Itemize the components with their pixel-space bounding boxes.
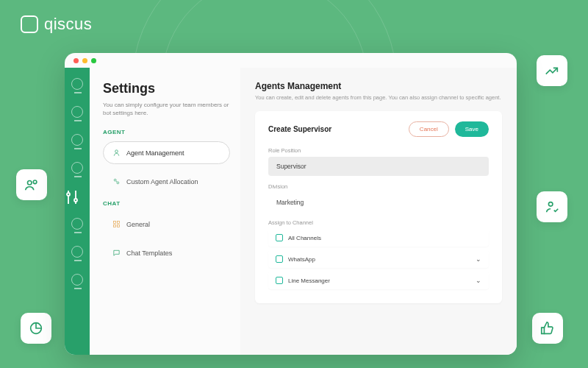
minimize-dot[interactable] [82, 58, 87, 63]
svg-point-1 [33, 180, 37, 184]
chat-icon [112, 249, 121, 257]
checkbox-icon[interactable] [276, 277, 283, 284]
cancel-button[interactable]: Cancel [409, 121, 449, 137]
trend-up-icon [537, 55, 567, 86]
channel-name: All Channels [288, 235, 321, 241]
svg-point-7 [114, 180, 116, 182]
nav-label: Custom Agent Allocation [126, 178, 198, 185]
nav-general[interactable]: General [103, 213, 230, 236]
svg-point-4 [67, 193, 70, 196]
svg-point-5 [74, 199, 77, 202]
maximize-dot[interactable] [91, 58, 96, 63]
svg-point-6 [115, 150, 118, 153]
app-window: Settings You can simply configure your t… [65, 53, 517, 355]
channel-row-line[interactable]: Line Messanger ⌄ [268, 272, 489, 289]
brand-name: qiscus [44, 15, 92, 34]
page-subtitle: You can create, edit and delete agents f… [255, 94, 502, 101]
settings-rail-icon[interactable] [65, 180, 90, 215]
pie-chart-icon [21, 313, 51, 344]
checkbox-icon[interactable] [276, 255, 283, 263]
grid-icon [112, 220, 121, 228]
svg-rect-12 [117, 225, 119, 227]
division-field[interactable]: Marketing [268, 193, 489, 212]
nav-label: Chat Templates [126, 250, 172, 257]
settings-subtitle: You can simply configure your team membe… [103, 101, 230, 117]
user-check-icon [537, 191, 567, 222]
svg-rect-10 [117, 222, 119, 224]
main-panel: Agents Management You can create, edit a… [240, 68, 517, 355]
rail-item[interactable] [71, 106, 83, 118]
close-dot[interactable] [74, 58, 79, 63]
card-title: Create Supervisor [268, 125, 331, 133]
chevron-down-icon[interactable]: ⌄ [476, 277, 481, 284]
nav-chat-templates[interactable]: Chat Templates [103, 241, 230, 264]
nav-agent-management[interactable]: Agent Management [103, 141, 230, 164]
rail-item[interactable] [71, 218, 83, 230]
svg-rect-9 [113, 222, 115, 224]
svg-point-0 [28, 181, 32, 185]
settings-panel: Settings You can simply configure your t… [90, 68, 240, 355]
page-title: Agents Management [255, 81, 502, 91]
rail-item[interactable] [71, 162, 83, 174]
allocation-icon [112, 177, 121, 185]
thumbs-up-icon [532, 313, 563, 344]
brand-logo: qiscus [21, 15, 92, 34]
rail-item[interactable] [71, 134, 83, 146]
channel-name: WhatsApp [288, 256, 315, 263]
assign-label: Assign to Channel [268, 219, 489, 226]
channel-name: Line Messanger [288, 277, 330, 284]
channel-row-whatsapp[interactable]: WhatsApp ⌄ [268, 250, 489, 268]
nav-label: Agent Management [126, 149, 184, 157]
role-field: Supervisor [268, 157, 489, 176]
nav-label: General [126, 221, 150, 228]
svg-point-8 [117, 182, 119, 184]
logo-mark-icon [21, 15, 38, 33]
svg-point-3 [548, 202, 553, 207]
chevron-down-icon[interactable]: ⌄ [476, 255, 481, 263]
role-label: Role Position [268, 147, 489, 154]
checkbox-icon[interactable] [276, 234, 283, 241]
section-label-chat: CHAT [103, 200, 230, 207]
nav-rail [65, 68, 90, 355]
settings-title: Settings [103, 81, 230, 96]
rail-item[interactable] [71, 246, 83, 258]
users-icon [16, 169, 47, 200]
nav-custom-allocation[interactable]: Custom Agent Allocation [103, 170, 230, 193]
channel-row-all[interactable]: All Channels [268, 229, 489, 247]
rail-item[interactable] [71, 274, 83, 286]
section-label-agent: AGENT [103, 129, 230, 135]
agent-icon [112, 149, 121, 157]
rail-item[interactable] [71, 78, 83, 90]
svg-rect-11 [113, 225, 115, 227]
create-supervisor-card: Create Supervisor Cancel Save Role Posit… [255, 111, 502, 303]
division-label: Division [268, 183, 489, 190]
save-button[interactable]: Save [455, 121, 489, 137]
window-titlebar [65, 53, 517, 68]
